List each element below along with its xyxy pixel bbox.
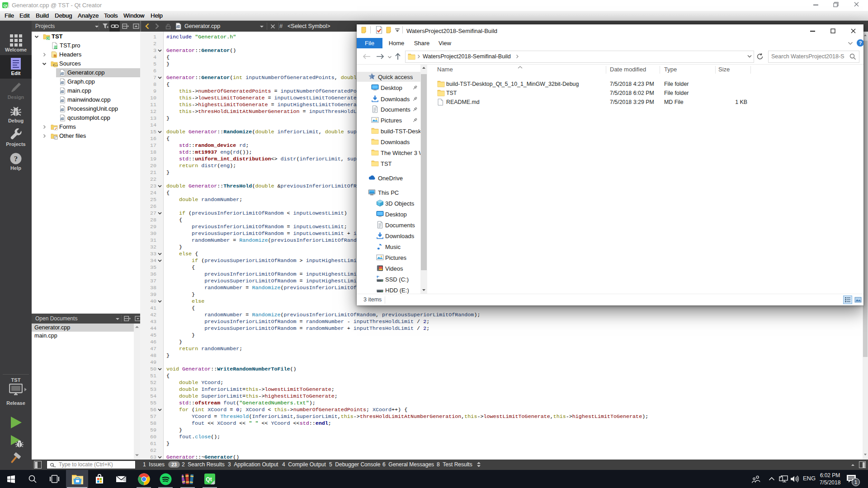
svg-text:C++: C++	[60, 90, 64, 93]
svg-text:C++: C++	[60, 117, 64, 120]
svg-text:Qt: Qt	[47, 36, 50, 40]
svg-text:C++: C++	[60, 108, 64, 111]
svg-text:C++: C++	[60, 99, 64, 102]
svg-text:Qt: Qt	[206, 476, 212, 483]
svg-text:C++: C++	[60, 72, 64, 75]
svg-text:C++: C++	[176, 25, 180, 28]
svg-text:C++: C++	[53, 64, 58, 66]
svg-text:Qt: Qt	[54, 45, 57, 48]
svg-text:h: h	[54, 54, 56, 57]
svg-text:C++: C++	[60, 81, 64, 84]
